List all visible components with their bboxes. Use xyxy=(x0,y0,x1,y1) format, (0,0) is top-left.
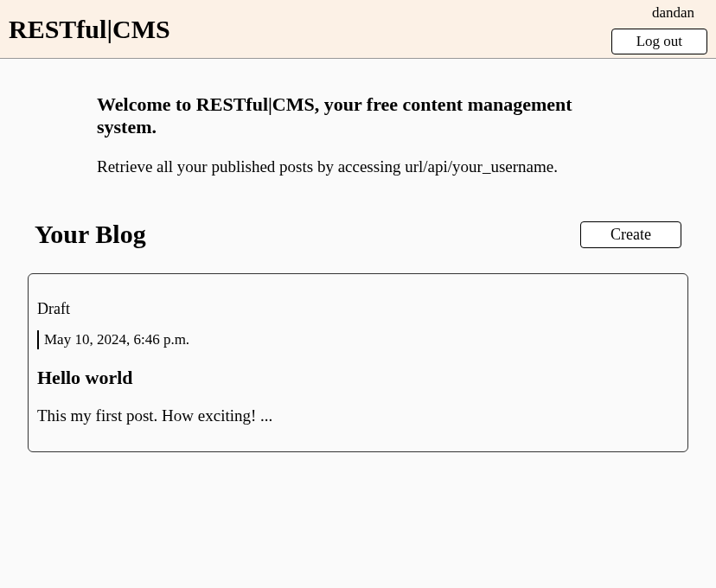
post-status: Draft xyxy=(37,300,679,318)
header-right: dandan Log out xyxy=(611,1,707,58)
site-title: RESTful|CMS xyxy=(9,15,170,44)
intro-section: Welcome to RESTful|CMS, your free conten… xyxy=(0,59,716,194)
create-button[interactable]: Create xyxy=(580,221,681,248)
post-date-row: May 10, 2024, 6:46 p.m. xyxy=(37,330,679,349)
blog-title: Your Blog xyxy=(35,220,146,249)
post-date: May 10, 2024, 6:46 p.m. xyxy=(44,331,189,348)
logout-button[interactable]: Log out xyxy=(611,29,707,54)
post-card[interactable]: Draft May 10, 2024, 6:46 p.m. Hello worl… xyxy=(28,273,688,452)
post-date-bar-icon xyxy=(37,330,39,349)
post-title: Hello world xyxy=(37,367,679,389)
post-excerpt: This my first post. How exciting! ... xyxy=(37,406,679,425)
intro-text: Retrieve all your published posts by acc… xyxy=(97,157,619,176)
page-header: RESTful|CMS dandan Log out xyxy=(0,0,716,59)
intro-heading: Welcome to RESTful|CMS, your free conten… xyxy=(97,93,619,138)
username-display: dandan xyxy=(652,1,707,22)
blog-header: Your Blog Create xyxy=(0,194,716,266)
